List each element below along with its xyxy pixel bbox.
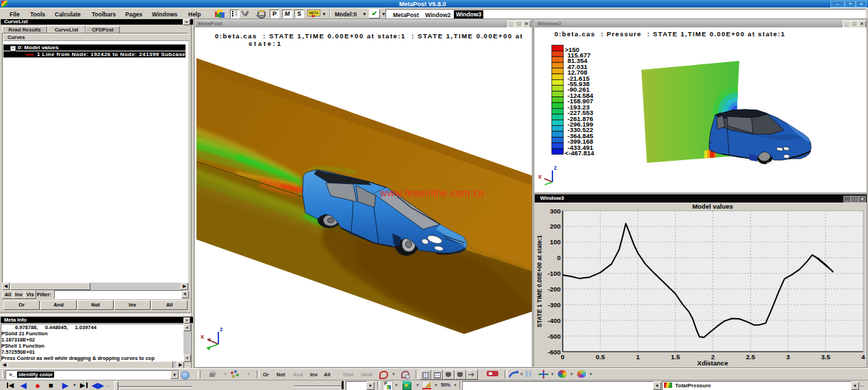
svg-text:0.5: 0.5	[596, 353, 605, 361]
svg-text:0: 0	[557, 254, 561, 261]
svg-text:0: 0	[561, 353, 564, 361]
svg-text:x: x	[538, 173, 541, 180]
svg-text:www.feaonline.com.cn: www.feaonline.com.cn	[379, 187, 484, 198]
svg-text:-600: -600	[548, 348, 561, 356]
svg-text:1.5: 1.5	[671, 353, 680, 361]
svg-text:-300: -300	[548, 301, 561, 309]
svg-text:Xdistance: Xdistance	[698, 359, 728, 367]
svg-text:1: 1	[636, 353, 640, 361]
svg-text:3.5: 3.5	[821, 353, 830, 361]
svg-text:0:beta.cas : STATE 1,TIME 0.0: 0:beta.cas : STATE 1,TIME 0.00E+00 at st…	[215, 32, 523, 40]
svg-text:200: 200	[550, 222, 561, 230]
svg-text:Model values: Model values	[692, 203, 733, 210]
svg-text:z: z	[554, 164, 557, 171]
svg-text:300: 300	[550, 207, 561, 215]
svg-text:-200: -200	[548, 285, 561, 293]
svg-text:<-467.814: <-467.814	[565, 149, 595, 157]
svg-text:3: 3	[787, 353, 790, 361]
svg-text:STATE 1 TIME 0.00E+00 at state: STATE 1 TIME 0.00E+00 at state:1	[536, 235, 543, 327]
svg-text:-500: -500	[548, 333, 561, 340]
svg-text:2.5: 2.5	[746, 353, 756, 361]
svg-text:0:beta.cas : Pressure : STAT: 0:beta.cas : Pressure : STATE 1,TIME 0.0…	[554, 30, 785, 38]
svg-text:4: 4	[861, 353, 865, 361]
svg-text:-100: -100	[548, 270, 561, 277]
svg-text:-400: -400	[548, 317, 561, 324]
svg-text:z: z	[220, 326, 223, 333]
svg-text:100: 100	[550, 238, 561, 246]
svg-text:x: x	[201, 333, 204, 340]
